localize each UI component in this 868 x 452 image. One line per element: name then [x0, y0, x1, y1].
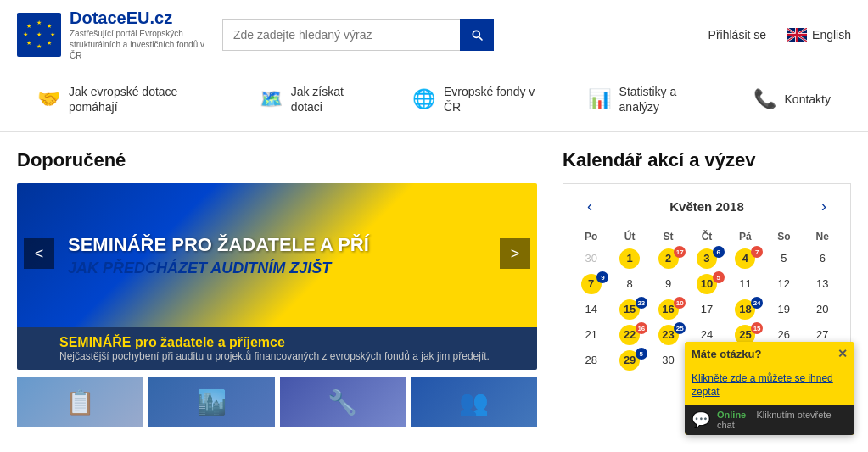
site-title: DotaceEU.cz [70, 8, 205, 28]
directions-icon: 🗺️ [260, 88, 283, 110]
handshake-icon: 🤝 [37, 88, 60, 110]
calendar-day-cell: 8 [610, 271, 648, 297]
event-badge: 9 [596, 271, 608, 283]
left-panel: Doporučené SEMINÁŘE PRO ŽADATELE A PŘÍ J… [17, 149, 537, 427]
nav-item-evropske-fondy[interactable]: 🌐 Evropské fondy v ČR [392, 70, 568, 131]
event-badge: 5 [713, 271, 725, 283]
calendar-day-cell: 20 [804, 297, 842, 322]
nav-item-kontakty[interactable]: 📞 Kontakty [733, 75, 851, 126]
event-badge: 15 [751, 322, 763, 334]
online-label: Online [717, 410, 746, 420]
carousel-slide: SEMINÁŘE PRO ŽADATELE A PŘÍ JAK PŘEDCHÁZ… [17, 183, 537, 327]
calendar-day-cell: 12 [764, 271, 803, 297]
thumb-icon-2: 🔧 [328, 388, 357, 416]
chat-online-text: Online – Kliknutím otevřete chat [717, 410, 848, 427]
carousel-slide-subtitle: JAK PŘEDCHÁZET AUDITNÍM ZJIŠT [68, 259, 486, 277]
day-number: 9 [658, 274, 679, 294]
day-number: 21 [581, 325, 602, 345]
event-badge: 6 [713, 246, 725, 258]
svg-text:★: ★ [36, 20, 42, 25]
search-button[interactable] [460, 19, 494, 51]
calendar-day-cell[interactable]: 1610 [649, 297, 687, 322]
carousel-next-button[interactable]: > [500, 238, 530, 269]
chat-popup: Máte otázku? ✕ Klikněte zde a můžete se … [685, 342, 854, 427]
thumbs-row: 📋 🏙️ 🔧 👥 [17, 377, 537, 427]
calendar-day-cell[interactable]: 105 [687, 271, 725, 297]
europe-icon: 🌐 [412, 88, 435, 110]
calendar-day-cell[interactable]: 1824 [726, 297, 764, 322]
day-number: 11 [735, 274, 755, 294]
carousel-prev-button[interactable]: < [24, 238, 54, 269]
calendar-day-cell[interactable]: 1523 [610, 297, 648, 322]
calendar-title: Kalendář akcí a výzev [563, 149, 851, 171]
nav-label-jak-ziskat: Jak získat dotaci [291, 84, 372, 114]
thumb-item-0[interactable]: 📋 [17, 377, 143, 427]
calendar-day-cell[interactable]: 47 [726, 246, 764, 271]
calendar-week-row: 14152316101718241920 [572, 297, 842, 322]
login-link[interactable]: Přihlásit se [708, 28, 766, 42]
nav-item-jak-evropske[interactable]: 🤝 Jak evropské dotace pomáhají [17, 70, 239, 131]
calendar-day-cell: 6 [804, 246, 842, 271]
header-right: Přihlásit se English [708, 28, 851, 42]
calendar-day-cell[interactable]: 36 [687, 246, 725, 271]
day-number: 17 [697, 299, 717, 320]
calendar-day-cell[interactable]: 2325 [649, 322, 687, 348]
thumb-icon-0: 📋 [65, 388, 95, 416]
day-number: 8 [619, 274, 640, 294]
event-badge: 17 [674, 246, 686, 258]
event-badge: 10 [674, 297, 686, 309]
calendar-day-cell: 9 [649, 271, 687, 297]
nav-item-statistiky[interactable]: 📊 Statistiky a analýzy [568, 70, 733, 131]
day-number: 30 [658, 350, 679, 371]
chart-icon: 📊 [588, 88, 611, 110]
calendar-day-cell[interactable]: 295 [610, 348, 648, 373]
carousel: SEMINÁŘE PRO ŽADATELE A PŘÍ JAK PŘEDCHÁZ… [17, 183, 537, 370]
svg-text:★: ★ [23, 31, 28, 37]
thumb-item-2[interactable]: 🔧 [280, 377, 406, 427]
calendar-day-cell[interactable]: 2216 [610, 322, 648, 348]
day-number: 14 [581, 299, 602, 320]
calendar-day-cell[interactable]: 79 [572, 271, 610, 297]
svg-text:★: ★ [26, 40, 31, 46]
logo-text: DotaceEU.cz Zastřešující portál Evropský… [70, 8, 205, 61]
logo-area: ★ ★ ★ ★ ★ ★ ★ ★ ★ DotaceEU.cz Zastřešují… [17, 8, 205, 61]
thumb-icon-1: 🏙️ [197, 388, 227, 416]
nav-item-jak-ziskat[interactable]: 🗺️ Jak získat dotaci [239, 70, 392, 131]
svg-text:★: ★ [36, 43, 42, 49]
search-icon [470, 28, 484, 42]
day-number: 5 [774, 248, 794, 269]
calendar-day-cell[interactable]: 1 [610, 246, 648, 271]
calendar-day-header: Čt [687, 227, 725, 246]
calendar-day-header: Ne [804, 227, 842, 246]
search-input[interactable] [222, 19, 460, 51]
svg-text:★: ★ [47, 23, 52, 29]
calendar-week-row: 301217364756 [572, 246, 842, 271]
language-label: English [812, 28, 851, 42]
calendar-week-row: 7989105111213 [572, 271, 842, 297]
carousel-bottom-desc: Nejčastější pochybení při auditu u proje… [59, 350, 490, 364]
calendar-day-header: St [649, 227, 687, 246]
day-number: 1 [619, 248, 640, 269]
main-nav: 🤝 Jak evropské dotace pomáhají 🗺️ Jak zí… [0, 70, 868, 132]
thumb-item-1[interactable]: 🏙️ [148, 377, 275, 427]
carousel-bottom-title: SEMINÁŘE pro žadatele a příjemce [59, 334, 285, 350]
chat-close-button[interactable]: ✕ [837, 347, 848, 360]
chat-popup-footer[interactable]: 💬 Online – Kliknutím otevřete chat [685, 405, 854, 427]
calendar-prev-button[interactable]: ‹ [580, 198, 599, 215]
day-number: 30 [581, 248, 602, 269]
day-number: 28 [581, 350, 602, 371]
thumb-item-3[interactable]: 👥 [411, 377, 537, 427]
calendar-next-button[interactable]: › [815, 198, 833, 215]
chat-popup-link[interactable]: Klikněte zde a můžete se ihned zeptat [692, 372, 833, 398]
calendar-day-cell[interactable]: 217 [649, 246, 687, 271]
svg-text:★: ★ [26, 23, 31, 29]
calendar-day-cell: 11 [726, 271, 764, 297]
calendar-day-cell: 5 [764, 246, 803, 271]
search-area [222, 19, 494, 51]
calendar-header: ‹ Květen 2018 › [572, 193, 842, 220]
language-selector[interactable]: English [787, 28, 851, 42]
nav-label-kontakty: Kontakty [785, 92, 831, 107]
phone-icon: 📞 [753, 88, 776, 110]
calendar-day-cell: 21 [572, 322, 610, 348]
header: ★ ★ ★ ★ ★ ★ ★ ★ ★ DotaceEU.cz Zastřešují… [0, 0, 868, 70]
